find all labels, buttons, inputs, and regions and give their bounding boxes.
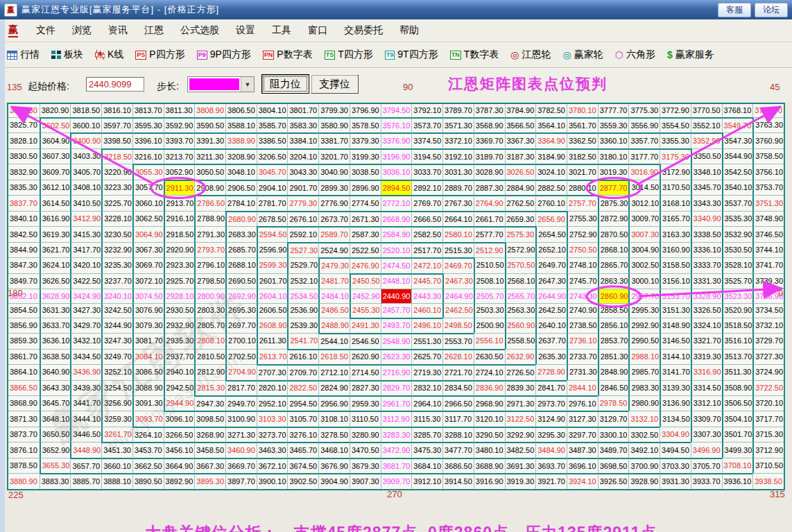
grid-cell: 3134.50 <box>660 411 691 426</box>
grid-cell: 2846.50 <box>598 380 629 395</box>
toolbar-item-9t-square[interactable]: T9 9T四方形 <box>385 49 438 61</box>
grid-cell: 2817.70 <box>225 380 257 395</box>
grid-cell: 2992.90 <box>628 318 660 333</box>
grid-cell: 3009.70 <box>628 211 660 226</box>
grid-cell: 2611.30 <box>257 333 288 348</box>
grid-cell: 3187.30 <box>505 148 536 164</box>
dropdown-arrow-icon[interactable]: ▼ <box>241 77 254 92</box>
forum-button[interactable]: 论坛 <box>755 3 788 17</box>
grid-cell: 2832.10 <box>411 380 442 395</box>
grid-cell: 2556.10 <box>474 333 505 348</box>
menu-item-browse[interactable]: 浏览 <box>72 24 92 37</box>
grid-cell: 3561.70 <box>567 117 598 132</box>
grid-cell: 2851.30 <box>598 349 629 364</box>
grid-cell: 3300.10 <box>598 427 629 442</box>
grid-cell: 3201.70 <box>318 148 350 164</box>
grid-cell: 3016.90 <box>628 164 660 179</box>
grid-cell: 2956.90 <box>318 395 350 411</box>
toolbar-item-p-table[interactable]: PN P数字表 <box>263 49 313 61</box>
grid-cell: 3734.50 <box>752 303 784 318</box>
grid-cell: 3168.10 <box>660 195 691 210</box>
grid-cell: 3717.70 <box>752 411 784 426</box>
grid-cell: 3261.70 <box>101 427 132 442</box>
menu-item-file[interactable]: 文件 <box>36 24 55 37</box>
grid-cell: 3153.70 <box>660 289 691 303</box>
toolbar-item-market[interactable]: 行情 <box>7 49 40 61</box>
grid-cell: 2539.30 <box>287 318 318 333</box>
grid-cell: 2808.10 <box>194 333 225 348</box>
grid-cell: 2839.30 <box>505 380 536 395</box>
resistance-button[interactable]: 阻力位 <box>261 74 309 94</box>
grid-cell: 3633.70 <box>40 318 71 333</box>
grid-cell: 2656.90 <box>535 211 567 226</box>
menu-item-settings[interactable]: 设置 <box>236 24 255 37</box>
grid-cell: 2517.70 <box>411 242 442 257</box>
menu-item-help[interactable]: 帮助 <box>399 24 419 37</box>
toolbar-item-t-square[interactable]: TS T四方形 <box>325 49 373 61</box>
grid-cell: 3451.30 <box>101 442 132 457</box>
grid-cell: 2661.70 <box>474 211 505 226</box>
grid-cell: 2488.90 <box>318 318 350 333</box>
9p-square-icon: P9 <box>197 51 207 60</box>
grid-cell: 3628.90 <box>40 289 71 303</box>
menu-item-news[interactable]: 资讯 <box>108 24 128 37</box>
grid-cell: 3607.30 <box>40 148 71 164</box>
grid-cell: 2803.30 <box>194 303 225 318</box>
grid-cell: 3415.30 <box>70 226 101 241</box>
grid-cell: 3348.10 <box>691 164 722 179</box>
grid-cell: 3189.70 <box>474 148 505 164</box>
grid-cell: 3496.90 <box>691 442 722 457</box>
grid-cell: 3172.90 <box>660 164 691 179</box>
grid-cell: 3052.90 <box>164 164 195 179</box>
grid-cell: 3854.50 <box>8 303 40 318</box>
toolbar-item-9p-square[interactable]: P9 9P四方形 <box>197 49 251 61</box>
grid-cell: 2527.30 <box>287 242 318 257</box>
toolbar-item-hexagon[interactable]: ⬡ 六角形 <box>615 49 655 61</box>
menu-item-formula-stockpick[interactable]: 公式选股 <box>180 24 219 37</box>
menu-item-gann[interactable]: 江恩 <box>144 24 164 37</box>
grid-cell: 2772.10 <box>381 195 412 210</box>
menu-item-trade-entrust[interactable]: 交易委托 <box>344 24 383 37</box>
grid-cell: 2558.50 <box>505 333 536 348</box>
step-color-select[interactable]: ▼ <box>187 76 255 92</box>
grid-cell: 3720.10 <box>752 395 784 411</box>
grid-cell: 3007.30 <box>628 226 660 241</box>
p-table-icon: PN <box>263 51 275 60</box>
kline-icon <box>95 50 105 60</box>
grid-cell: 3302.50 <box>628 427 660 442</box>
grid-cell: 3384.10 <box>287 132 318 148</box>
grid-cell: 2570.50 <box>505 257 536 273</box>
toolbar-item-kline[interactable]: K线 <box>95 49 123 61</box>
grid-cell: 2810.50 <box>194 349 225 364</box>
grid-cell: 3926.50 <box>598 473 629 489</box>
toolbar-item-service[interactable]: $ 赢家服务 <box>667 49 714 61</box>
grid-cell: 3369.70 <box>474 132 505 148</box>
grid-cell: 3199.30 <box>350 148 381 164</box>
menu-item-window[interactable]: 窗口 <box>308 24 327 37</box>
grid-cell: 3069.70 <box>132 257 164 273</box>
toolbar-item-gann-wheel[interactable]: ◎ 江恩轮 <box>510 49 551 61</box>
grid-cell: 2685.70 <box>225 242 257 257</box>
grid-cell: 3873.70 <box>8 427 40 442</box>
grid-cell: 2452.90 <box>350 289 381 303</box>
grid-cell: 3652.90 <box>40 442 71 457</box>
start-price-input[interactable] <box>86 77 144 92</box>
toolbar-item-winner-wheel[interactable]: ◎ 赢家轮 <box>562 49 603 61</box>
grid-cell: 3364.90 <box>535 132 567 148</box>
support-button[interactable]: 支撑位 <box>311 74 359 94</box>
grid-cell: 2599.30 <box>257 257 288 273</box>
grid-cell: 3319.30 <box>691 349 722 364</box>
grid-cell: 2760.10 <box>535 195 567 210</box>
toolbar-item-sectors[interactable]: 板块 <box>51 49 83 61</box>
toolbar-item-p-square[interactable]: PS P四方形 <box>135 49 184 61</box>
grid-cell: 3525.70 <box>722 273 753 289</box>
grid-cell: 2791.30 <box>194 226 225 241</box>
t-square-icon: TS <box>325 51 336 60</box>
menu-item-tools[interactable]: 工具 <box>272 24 291 37</box>
grid-cell: 3408.10 <box>70 180 101 195</box>
grid-cell: 2755.30 <box>567 211 598 226</box>
customer-service-button[interactable]: 客服 <box>718 3 751 17</box>
toolbar-item-t-table[interactable]: TN T数字表 <box>450 49 499 61</box>
grid-cell: 2568.10 <box>505 273 536 289</box>
angle-label-135: 135 <box>7 82 22 92</box>
